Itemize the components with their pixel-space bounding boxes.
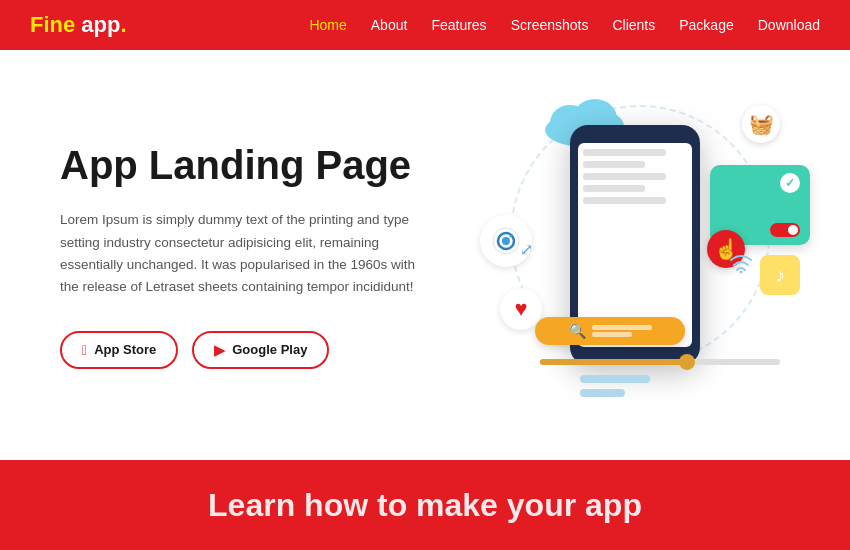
small-bar-2 [580, 389, 625, 397]
appstore-button[interactable]:  App Store [60, 331, 178, 369]
logo-app: app [75, 12, 120, 37]
slider-thumb [679, 354, 695, 370]
wifi-icon [727, 252, 755, 280]
apple-icon:  [82, 342, 87, 358]
android-icon: ▶ [214, 342, 225, 358]
search-line-2 [592, 332, 632, 337]
hero-title: App Landing Page [60, 141, 480, 189]
phone-line-4 [583, 185, 645, 192]
appstore-label: App Store [94, 342, 156, 357]
basket-icon: 🧺 [742, 105, 780, 143]
check-icon: ✓ [780, 173, 800, 193]
nav-download[interactable]: Download [758, 17, 820, 33]
search-icon: 🔍 [569, 323, 586, 339]
nav-about[interactable]: About [371, 17, 408, 33]
toggle-bg [770, 223, 800, 237]
hero-left: App Landing Page Lorem Ipsum is simply d… [60, 141, 480, 368]
nav-home[interactable]: Home [309, 17, 346, 33]
hero-section: App Landing Page Lorem Ipsum is simply d… [0, 50, 850, 460]
hero-description: Lorem Ipsum is simply dummy text of the … [60, 209, 430, 298]
phone-line-2 [583, 161, 645, 168]
phone-line-1 [583, 149, 666, 156]
search-line-1 [592, 325, 652, 330]
svg-point-6 [502, 237, 510, 245]
nav-features[interactable]: Features [431, 17, 486, 33]
nav-screenshots[interactable]: Screenshots [511, 17, 589, 33]
toggle [770, 223, 800, 237]
logo: Fine app. [30, 12, 127, 38]
btn-group:  App Store ▶ Google Play [60, 331, 480, 369]
toggle-knob [788, 225, 798, 235]
expand-icon: ⤢ [510, 233, 542, 265]
hero-illustration: 🧺 [480, 65, 800, 445]
search-lines [592, 325, 652, 337]
slider-fill [540, 359, 684, 365]
slider-bar [540, 359, 780, 365]
phone-screen-content [578, 143, 692, 215]
logo-dot: . [120, 12, 126, 37]
bottom-section: Learn how to make your app [0, 460, 850, 550]
logo-fine: Fine [30, 12, 75, 37]
nav-clients[interactable]: Clients [612, 17, 655, 33]
nav: Home About Features Screenshots Clients … [309, 17, 820, 33]
phone-line-5 [583, 197, 666, 204]
bottom-title: Learn how to make your app [208, 487, 642, 524]
music-icon: ♪ [760, 255, 800, 295]
googleplay-label: Google Play [232, 342, 307, 357]
search-bar: 🔍 [535, 317, 685, 345]
nav-package[interactable]: Package [679, 17, 733, 33]
small-bar-1 [580, 375, 650, 383]
googleplay-button[interactable]: ▶ Google Play [192, 331, 329, 369]
phone-illustration: 🧺 [480, 85, 800, 425]
phone-line-3 [583, 173, 666, 180]
svg-point-8 [740, 271, 743, 274]
header: Fine app. Home About Features Screenshot… [0, 0, 850, 50]
